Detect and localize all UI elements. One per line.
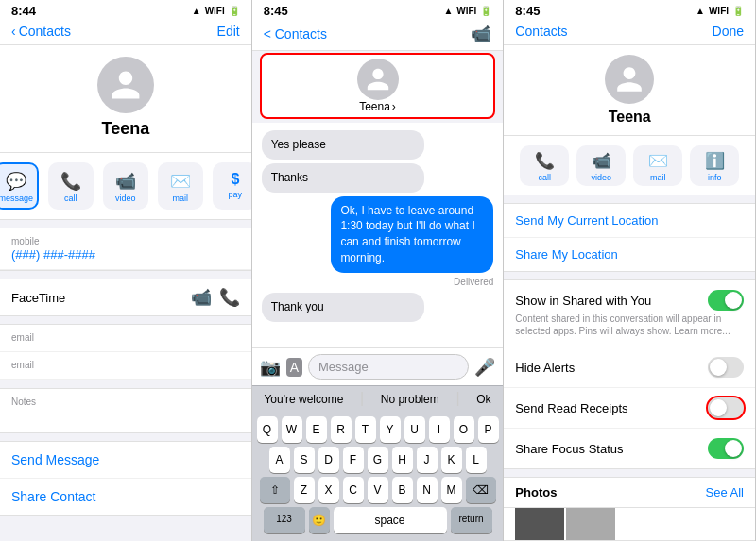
p3-mail-btn[interactable]: ✉️ mail [633, 145, 682, 186]
key-emoji[interactable]: 🙂 [309, 507, 330, 533]
p3-info-btn[interactable]: ℹ️ info [690, 145, 739, 186]
action-pay[interactable]: $ pay [213, 162, 252, 210]
photo-thumb-1[interactable] [515, 508, 564, 541]
p3-call-btn[interactable]: 📞 call [520, 145, 569, 186]
done-button[interactable]: Done [713, 24, 744, 39]
input-bar: 📷 A Message 🎤 [252, 347, 504, 385]
action-video[interactable]: 📹 video [103, 162, 148, 210]
key-m[interactable]: M [441, 477, 462, 503]
wifi-icon-1: WiFi [205, 6, 225, 16]
key-f[interactable]: F [343, 447, 364, 473]
send-location-row[interactable]: Send My Current Location [504, 204, 755, 238]
key-n[interactable]: N [417, 477, 438, 503]
mail-label: mail [173, 194, 189, 203]
key-return[interactable]: return [451, 507, 492, 533]
message-label: message [0, 194, 33, 203]
key-b[interactable]: B [392, 477, 413, 503]
key-x[interactable]: X [318, 477, 339, 503]
facetime-row[interactable]: FaceTime 📹 📞 [0, 279, 251, 316]
key-r[interactable]: R [331, 416, 352, 443]
send-read-receipts-label: Send Read Receipts [515, 401, 627, 415]
edit-button-1[interactable]: Edit [217, 24, 240, 39]
p2-nav: < Contacts 📹 [252, 20, 504, 51]
key-v[interactable]: V [368, 477, 388, 503]
key-z[interactable]: Z [294, 477, 315, 503]
quicktype-bar: You're welcome | No problem | Ok [252, 385, 504, 413]
photo-thumb-2[interactable] [566, 508, 615, 541]
send-read-receipts-toggle[interactable] [708, 397, 744, 418]
camera-icon[interactable]: 📷 [260, 357, 281, 378]
key-t[interactable]: T [355, 416, 376, 443]
see-all-link[interactable]: See All [706, 485, 744, 499]
p2-contact-area[interactable]: Teena › [357, 59, 399, 113]
contact-panel: 8:44 ▲ WiFi 🔋 ‹ Contacts Edit Teena 💬 me… [0, 0, 252, 541]
notes-label: Notes [11, 397, 240, 407]
battery-icon-2: 🔋 [480, 6, 491, 16]
pay-icon: $ [231, 171, 239, 188]
status-bar-3: 8:45 ▲ WiFi 🔋 [504, 0, 755, 20]
hide-alerts-toggle[interactable] [708, 357, 744, 378]
p2-back-button[interactable]: < Contacts [264, 26, 327, 42]
action-call[interactable]: 📞 call [48, 162, 94, 210]
msg-1: Yes please [262, 130, 424, 160]
send-message-row[interactable]: Send Message [0, 442, 251, 479]
p3-back-label: Contacts [515, 24, 567, 39]
key-o[interactable]: O [454, 416, 474, 443]
quicktype-3[interactable]: Ok [469, 390, 498, 409]
key-d[interactable]: D [318, 447, 339, 473]
key-a[interactable]: A [269, 447, 290, 473]
key-e[interactable]: E [306, 416, 327, 443]
shared-with-you-row: Show in Shared with You Content shared i… [504, 280, 755, 347]
share-location-row[interactable]: Share My Location [504, 238, 755, 271]
p3-call-label: call [538, 173, 551, 182]
location-section: Send My Current Location Share My Locati… [504, 203, 755, 272]
key-p[interactable]: P [478, 416, 499, 443]
key-c[interactable]: C [343, 477, 364, 503]
mobile-label: mobile [11, 236, 240, 246]
key-123[interactable]: 123 [264, 507, 305, 533]
mic-icon[interactable]: 🎤 [474, 357, 495, 378]
quicktype-1[interactable]: You're welcome [256, 390, 351, 409]
share-focus-toggle[interactable] [708, 438, 744, 459]
kb-row-3: ⇧ Z X C V B N M ⌫ [254, 477, 502, 503]
key-k[interactable]: K [441, 447, 462, 473]
p3-back-button[interactable]: Contacts [515, 24, 567, 39]
apps-icon[interactable]: A [286, 358, 302, 377]
p3-video-btn[interactable]: 📹 video [576, 145, 626, 186]
key-j[interactable]: J [417, 447, 438, 473]
key-shift[interactable]: ⇧ [260, 477, 290, 503]
share-contact-link[interactable]: Share Contact [11, 489, 96, 504]
shared-with-you-toggle[interactable] [708, 290, 744, 311]
key-delete[interactable]: ⌫ [466, 477, 496, 503]
key-q[interactable]: Q [257, 416, 278, 443]
key-w[interactable]: W [282, 416, 302, 443]
share-contact-row[interactable]: Share Contact [0, 479, 251, 515]
signal-icon-2: ▲ [443, 6, 453, 16]
mobile-value[interactable]: (###) ###-#### [11, 247, 240, 262]
key-y[interactable]: Y [380, 416, 401, 443]
facetime-audio-icon[interactable]: 📞 [219, 287, 240, 308]
send-message-link[interactable]: Send Message [11, 452, 99, 467]
action-message[interactable]: 💬 message [0, 162, 39, 210]
msg-3: Ok, I have to leave around 1:30 today bu… [331, 196, 493, 273]
photos-label: Photos [515, 485, 557, 499]
time-2: 8:45 [264, 4, 288, 18]
facetime-video-icon[interactable]: 📹 [191, 287, 212, 308]
key-s[interactable]: S [294, 447, 315, 473]
call-icon: 📞 [60, 171, 81, 192]
p3-info-icon: ℹ️ [705, 151, 725, 171]
p2-video-button[interactable]: 📹 [471, 24, 491, 44]
facetime-icons: 📹 📞 [191, 287, 240, 308]
quicktype-2[interactable]: No problem [373, 390, 447, 409]
key-g[interactable]: G [368, 447, 388, 473]
key-space[interactable]: space [334, 507, 447, 533]
key-i[interactable]: I [429, 416, 450, 443]
key-u[interactable]: U [404, 416, 425, 443]
key-l[interactable]: L [466, 447, 487, 473]
key-h[interactable]: H [392, 447, 413, 473]
back-button-1[interactable]: ‹ Contacts [11, 24, 71, 39]
message-input[interactable]: Message [308, 354, 469, 380]
email-label-2: email [11, 360, 240, 370]
call-label: call [64, 194, 77, 203]
action-mail[interactable]: ✉️ mail [158, 162, 203, 210]
